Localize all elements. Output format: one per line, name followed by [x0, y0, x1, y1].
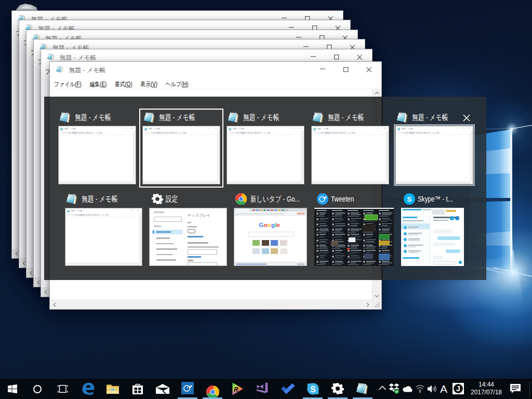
svg-text:S: S — [310, 385, 316, 394]
svg-text:R: R — [234, 386, 238, 393]
svg-text:S: S — [407, 195, 412, 203]
